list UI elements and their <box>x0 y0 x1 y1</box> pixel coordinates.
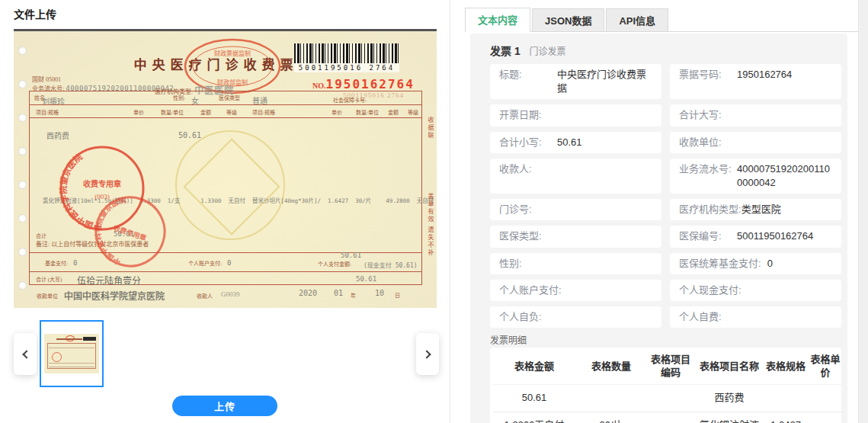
field-personal-account-pay[interactable]: 个人账户支付: <box>490 280 661 301</box>
scan-doc-code: 国财 05001 <box>32 75 61 83</box>
chevron-right-icon <box>422 350 431 358</box>
col-unit-price: 表格单价 <box>807 349 844 384</box>
scan-fund-pay: 基金支付: 0 <box>45 259 77 267</box>
punch-hole <box>18 80 27 88</box>
field-gender[interactable]: 性别: <box>490 253 661 274</box>
field-title[interactable]: 标题:中央医疗门诊收费票据 <box>490 64 661 99</box>
detail-table: 表格金额 表格数量 表格项目编码 表格项目名称 表格规格 表格单价 50.61 <box>493 349 844 423</box>
field-row: 医保类型: 医保编号:50011950162764 <box>490 226 841 247</box>
scan-patient-row: 姓名 刘振珍 性别: 女 医保类型 普通 社会保障卡号: <box>30 91 421 104</box>
punch-hole <box>18 114 27 122</box>
scan-personal-pay-label: 个人支付金额: <box>318 260 351 268</box>
field-row: 收款人: 业务流水号:400007519202001100000042 <box>490 159 841 194</box>
field-row: 个人自负: 个人自费: <box>490 306 841 328</box>
cell-item-code <box>647 384 694 412</box>
field-total-lowercase[interactable]: 合计小写:50.61 <box>490 132 661 153</box>
scan-west-drug-amount: 50.61 <box>178 131 201 139</box>
cell-item-code <box>647 412 694 423</box>
punch-hole <box>18 248 27 256</box>
field-cashier[interactable]: 收款人: <box>490 159 661 194</box>
result-panel: 文本内容 JSON数据 API信息 发票 1 门诊发票 标题:中央医疗门诊收费票… <box>465 0 858 423</box>
scan-cap-num: 50.61 <box>356 275 376 283</box>
punch-hole <box>18 281 27 290</box>
text-content-panel: 发票 1 门诊发票 标题:中央医疗门诊收费票据 票据号码:1950162764 … <box>470 34 847 423</box>
field-personal-burden[interactable]: 个人自负: <box>490 306 661 328</box>
scan-rule <box>30 117 421 118</box>
field-fund-pay[interactable]: 医保统筹基金支付:0 <box>670 253 841 274</box>
punch-hole <box>18 147 27 155</box>
field-personal-cash-pay[interactable]: 个人现金支付: <box>670 280 841 301</box>
svg-text:收费专用章: 收费专用章 <box>112 223 147 242</box>
field-personal-expense[interactable]: 个人自费: <box>670 306 841 328</box>
col-quantity: 表格数量 <box>575 349 647 384</box>
invoice-section-header: 发票 1 门诊发票 <box>490 43 841 58</box>
upload-button[interactable]: 上传 <box>172 396 277 416</box>
field-row: 性别: 医保统筹基金支付:0 <box>490 253 841 274</box>
field-serial-number[interactable]: 业务流水号:400007519202001100000042 <box>670 159 841 194</box>
detail-row: 1.3300无自付 30/片 氯化钾注射液[10ml*1.5g(塑料)无自付 替… <box>493 412 844 423</box>
barcode-icon <box>294 43 399 63</box>
field-row: 合计小写:50.61 收款单位: <box>490 132 841 153</box>
detail-row: 50.61 西药费 <box>493 384 844 412</box>
page-title: 文件上传 <box>14 6 56 21</box>
col-item-code: 表格项目编码 <box>647 349 694 384</box>
svg-text:财政票据监制: 财政票据监制 <box>214 50 251 57</box>
cell-item-name: 氯化钾注射液[10ml*1.5g(塑料)无自付 替米沙坦片[40mg*30片] <box>694 412 764 423</box>
cell-quantity: 30/片 <box>575 412 647 423</box>
scan-personal-pay-sub: (现金支付 50.61) <box>364 261 418 269</box>
field-row: 个人账户支付: 个人现金支付: <box>490 280 841 301</box>
scan-account-pay: 个人账户支付: 0 <box>188 259 231 267</box>
barcode-digits: 5001195016 2764 <box>294 63 399 72</box>
scan-invoice-number: NO.1950162764 <box>312 77 415 91</box>
scan-cap-label: 合计 (大写) <box>36 275 62 283</box>
field-row: 门诊号: 医疗机构类型:类型医院 <box>490 199 841 220</box>
thumbnail-image <box>44 334 99 373</box>
field-org-type[interactable]: 医疗机构类型:类型医院 <box>670 199 841 220</box>
cell-item-name: 西药费 <box>694 384 764 412</box>
field-invoice-number[interactable]: 票据号码:1950162764 <box>670 64 841 99</box>
scan-total-label: 合计 <box>36 232 46 239</box>
field-payee-unit[interactable]: 收款单位: <box>670 132 841 153</box>
field-total-capital[interactable]: 合计大写: <box>670 104 841 126</box>
tab-json-data[interactable]: JSON数据 <box>532 8 604 31</box>
punch-hole <box>18 181 27 189</box>
chevron-left-icon <box>22 350 30 358</box>
thumb-line <box>49 348 94 348</box>
field-row: 标题:中央医疗门诊收费票据 票据号码:1950162764 <box>490 64 841 99</box>
cell-quantity <box>575 384 647 412</box>
ocr-app-window: 文件上传 中央医疗门诊收费票据 财政票据监制 财政部监制 5001195016 … <box>0 0 868 423</box>
tab-text-content[interactable]: 文本内容 <box>465 8 530 32</box>
col-amount: 表格金额 <box>493 349 575 384</box>
page-vertical-scrollbar[interactable] <box>858 0 868 423</box>
thumb-line <box>49 367 94 367</box>
thumb-round-stamp <box>52 352 62 362</box>
scan-rule <box>30 271 421 272</box>
field-outpatient-number[interactable]: 门诊号: <box>490 199 661 220</box>
scan-west-drug-fee: 西药费 <box>46 130 69 141</box>
cell-spec: 1.6427 <box>764 412 807 423</box>
carousel-prev-button[interactable] <box>14 333 37 375</box>
field-row: 开票日期: 合计大写: <box>490 104 841 126</box>
detail-table-card: 表格金额 表格数量 表格项目编码 表格项目名称 表格规格 表格单价 50.61 <box>490 348 841 423</box>
cell-amount: 50.61 <box>493 384 575 412</box>
cell-unit-price <box>807 412 844 423</box>
col-spec: 表格规格 <box>764 349 807 384</box>
scan-personal-pay-num: 50.61 <box>341 252 361 259</box>
thumb-barcode <box>83 337 96 341</box>
scan-cap-value: 伍拾元陆角壹分 <box>77 274 141 287</box>
col-item-name: 表格项目名称 <box>694 349 764 384</box>
punch-hole <box>18 214 27 223</box>
result-tabbar: 文本内容 JSON数据 API信息 <box>465 0 858 32</box>
invoice-thumbnail-selected[interactable] <box>40 320 104 387</box>
scan-side-copy-label: 收据联 <box>426 117 434 139</box>
carousel-next-button[interactable] <box>416 333 439 375</box>
thumb-line <box>49 363 94 364</box>
field-insurance-type[interactable]: 医保类型: <box>490 226 661 247</box>
field-insurance-number[interactable]: 医保编号:50011950162764 <box>670 226 841 247</box>
scan-side-validity-label: 盖章有效 遗失不补 <box>426 193 434 257</box>
field-issue-date[interactable]: 开票日期: <box>490 104 661 126</box>
cell-amount: 1.3300无自付 <box>493 412 575 423</box>
detail-header-row: 表格金额 表格数量 表格项目编码 表格项目名称 表格规格 表格单价 <box>493 349 844 384</box>
tab-api-info[interactable]: API信息 <box>606 8 668 31</box>
panel-divider <box>450 0 450 423</box>
